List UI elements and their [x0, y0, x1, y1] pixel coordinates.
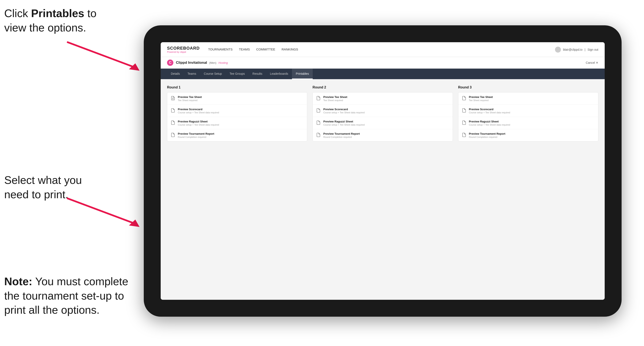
- tab-printables[interactable]: Printables: [292, 69, 313, 79]
- r2-scorecard-subtitle: Course setup + Tee Sheet data required: [323, 111, 449, 114]
- top-nav-links: TOURNAMENTS TEAMS COMMITTEE RANKINGS: [208, 46, 555, 53]
- top-nav-right: blair@clippd.io | Sign out: [555, 47, 598, 53]
- r2-tee-subtitle: Tee Sheet required: [323, 99, 449, 102]
- round-1-cards: Preview Tee Sheet Tee Sheet required Pre…: [167, 92, 307, 142]
- round-3-column: Round 3 Preview Tee Sheet Tee Sheet requ…: [458, 85, 598, 293]
- r3-report-subtitle: Round Completion required: [469, 136, 595, 138]
- r3-raguzzi-subtitle: Course setup + Tee Sheet data required: [469, 124, 595, 126]
- r1-raguzzi-title: Preview Raguzzi Sheet: [178, 120, 304, 123]
- r1-report-subtitle: Round Completion required: [178, 136, 304, 138]
- r3-report-title: Preview Tournament Report: [469, 132, 595, 135]
- tournament-name: Clippd Invitational: [176, 61, 207, 65]
- printables-bold: Printables: [31, 7, 84, 19]
- round-2-scorecard[interactable]: Preview Scorecard Course setup + Tee She…: [313, 105, 452, 117]
- instruction-bottom: Note: You must complete the tournament s…: [4, 274, 144, 317]
- document-icon: [316, 108, 321, 113]
- tab-leaderboards[interactable]: Leaderboards: [266, 69, 292, 79]
- document-icon: [170, 120, 175, 125]
- round-3-tee-sheet[interactable]: Preview Tee Sheet Tee Sheet required: [458, 92, 598, 105]
- r2-scorecard-title: Preview Scorecard: [323, 108, 449, 111]
- logo-sub: Powered by clippd: [167, 51, 200, 53]
- r3-tee-subtitle: Tee Sheet required: [469, 99, 595, 102]
- round-2-cards: Preview Tee Sheet Tee Sheet required Pre…: [312, 92, 453, 142]
- round-2-column: Round 2 Preview Tee Sheet Tee Sheet requ…: [312, 85, 453, 293]
- r2-raguzzi-subtitle: Course setup + Tee Sheet data required: [323, 124, 449, 126]
- r1-tee-title: Preview Tee Sheet: [178, 95, 304, 99]
- tab-teams[interactable]: Teams: [184, 69, 200, 79]
- round-2-raguzzi[interactable]: Preview Raguzzi Sheet Course setup + Tee…: [313, 117, 452, 129]
- r2-tee-title: Preview Tee Sheet: [323, 95, 449, 99]
- r2-raguzzi-title: Preview Raguzzi Sheet: [323, 120, 449, 123]
- tournament-status: Hosting: [218, 61, 228, 64]
- main-content: Round 1 Preview Tee Sheet Tee Sheet requ…: [161, 79, 605, 300]
- nav-teams[interactable]: TEAMS: [239, 46, 250, 53]
- r1-scorecard-subtitle: Course setup + Tee Sheet data required: [178, 111, 304, 114]
- round-2-title: Round 2: [312, 85, 453, 89]
- tab-details[interactable]: Details: [167, 69, 184, 79]
- tablet-screen: SCOREBOARD Powered by clippd TOURNAMENTS…: [161, 42, 605, 300]
- r2-report-subtitle: Round Completion required: [323, 136, 449, 138]
- svg-marker-0: [129, 63, 140, 71]
- tablet-frame: SCOREBOARD Powered by clippd TOURNAMENTS…: [144, 25, 622, 317]
- tournament-logo-icon: C: [167, 59, 173, 66]
- round-3-title: Round 3: [458, 85, 598, 89]
- document-icon: [316, 120, 321, 125]
- tournament-badge: (Men): [209, 61, 216, 64]
- r3-raguzzi-title: Preview Raguzzi Sheet: [469, 120, 595, 123]
- document-icon: [462, 133, 466, 137]
- document-icon: [462, 120, 466, 125]
- document-icon: [462, 108, 466, 113]
- instruction-top: Click Printables toview the options.: [4, 6, 135, 35]
- r1-report-title: Preview Tournament Report: [178, 132, 304, 135]
- round-3-scorecard[interactable]: Preview Scorecard Course setup + Tee She…: [458, 105, 598, 117]
- document-icon: [316, 96, 321, 101]
- document-icon: [462, 96, 466, 101]
- tournament-header: C Clippd Invitational (Men) Hosting Canc…: [161, 57, 605, 69]
- round-1-raguzzi[interactable]: Preview Raguzzi Sheet Course setup + Tee…: [167, 117, 307, 129]
- user-avatar: [555, 47, 561, 53]
- r1-raguzzi-subtitle: Course setup + Tee Sheet data required: [178, 124, 304, 126]
- tab-course-setup[interactable]: Course Setup: [200, 69, 226, 79]
- nav-rankings[interactable]: RANKINGS: [282, 46, 298, 53]
- document-icon: [170, 108, 175, 113]
- svg-marker-1: [129, 219, 140, 227]
- separator: |: [584, 48, 586, 51]
- sign-out-link[interactable]: Sign out: [588, 48, 598, 51]
- r3-scorecard-subtitle: Course setup + Tee Sheet data required: [469, 111, 595, 114]
- nav-committee[interactable]: COMMITTEE: [256, 46, 275, 53]
- round-3-cards: Preview Tee Sheet Tee Sheet required Pre…: [458, 92, 598, 142]
- logo-area: SCOREBOARD Powered by clippd: [167, 46, 200, 53]
- instruction-middle: Select what youneed to print.: [4, 173, 131, 202]
- tab-results[interactable]: Results: [249, 69, 266, 79]
- sub-nav: Details Teams Course Setup Tee Groups Re…: [161, 69, 605, 79]
- cancel-button[interactable]: Cancel ✕: [586, 61, 598, 64]
- r3-tee-title: Preview Tee Sheet: [469, 95, 595, 99]
- round-1-tournament-report[interactable]: Preview Tournament Report Round Completi…: [167, 129, 307, 141]
- document-icon: [170, 96, 175, 101]
- r2-report-title: Preview Tournament Report: [323, 132, 449, 135]
- r1-tee-subtitle: Tee Sheet required: [178, 99, 304, 102]
- r3-scorecard-title: Preview Scorecard: [469, 108, 595, 111]
- document-icon: [170, 133, 175, 137]
- r1-scorecard-title: Preview Scorecard: [178, 108, 304, 111]
- round-3-tournament-report[interactable]: Preview Tournament Report Round Completi…: [458, 129, 598, 141]
- tab-tee-groups[interactable]: Tee Groups: [226, 69, 249, 79]
- logo-title: SCOREBOARD: [167, 46, 200, 51]
- user-email: blair@clippd.io: [563, 48, 582, 51]
- round-1-tee-sheet[interactable]: Preview Tee Sheet Tee Sheet required: [167, 92, 307, 105]
- document-icon: [316, 133, 321, 137]
- round-1-title: Round 1: [167, 85, 307, 89]
- round-3-raguzzi[interactable]: Preview Raguzzi Sheet Course setup + Tee…: [458, 117, 598, 129]
- round-1-column: Round 1 Preview Tee Sheet Tee Sheet requ…: [167, 85, 307, 293]
- top-nav: SCOREBOARD Powered by clippd TOURNAMENTS…: [161, 42, 605, 57]
- round-2-tee-sheet[interactable]: Preview Tee Sheet Tee Sheet required: [313, 92, 452, 105]
- round-1-scorecard[interactable]: Preview Scorecard Course setup + Tee She…: [167, 105, 307, 117]
- arrow-top-icon: [64, 38, 144, 72]
- note-bold: Note:: [4, 275, 32, 288]
- nav-tournaments[interactable]: TOURNAMENTS: [208, 46, 232, 53]
- round-2-tournament-report[interactable]: Preview Tournament Report Round Completi…: [313, 129, 452, 141]
